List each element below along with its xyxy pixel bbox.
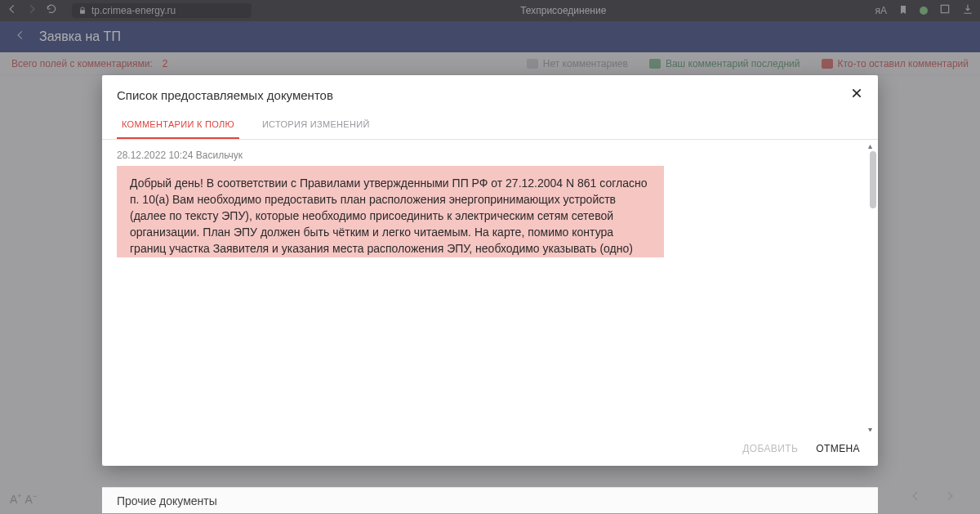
extensions-icon[interactable] — [939, 3, 951, 18]
cancel-button[interactable]: Отмена — [816, 443, 860, 454]
scroll-down-icon[interactable]: ▾ — [868, 425, 876, 431]
download-icon[interactable] — [962, 3, 973, 18]
tab-comments[interactable]: Комментарии к полю — [117, 111, 239, 139]
next-icon[interactable] — [944, 490, 956, 505]
font-size-control[interactable]: A+ A− — [10, 492, 37, 506]
font-increase-icon[interactable]: A+ — [10, 492, 22, 506]
prev-icon[interactable] — [910, 490, 921, 505]
dialog-tabs: Комментарии к полю История изменений — [102, 111, 878, 140]
legend-other: Кто-то оставил комментарий — [822, 58, 969, 69]
reload-icon[interactable] — [46, 3, 57, 18]
tab-title: Техприсоединение — [261, 5, 865, 16]
swatch-green-icon — [649, 59, 661, 69]
legend-yours: Ваш комментарий последний — [649, 58, 800, 69]
back-icon[interactable] — [7, 3, 18, 18]
scroll-up-icon[interactable]: ▴ — [868, 141, 876, 150]
url-bar[interactable]: tp.crimea-energy.ru — [72, 3, 252, 18]
legend-total-label: Всего полей с комментариями: — [11, 58, 153, 69]
legend-bar: Всего полей с комментариями: 2 Нет комме… — [0, 52, 980, 75]
section-title: Прочие документы — [117, 494, 217, 507]
translate-icon[interactable]: яA — [875, 5, 887, 16]
pager — [910, 490, 956, 505]
forward-icon[interactable] — [26, 3, 38, 18]
comment-text: Добрый день! В соответствии с Правилами … — [117, 166, 664, 257]
dialog-title: Список предоставляемых документов — [117, 88, 333, 102]
app-header: Заявка на ТП — [0, 21, 980, 52]
dialog-actions: Добавить Отмена — [102, 431, 878, 466]
section-other-docs[interactable]: Прочие документы — [102, 487, 878, 513]
font-decrease-icon[interactable]: A− — [25, 492, 38, 506]
scrollbar[interactable]: ▴ ▾ — [868, 145, 876, 430]
bookmark-icon[interactable] — [898, 3, 908, 18]
status-dot-icon — [920, 7, 928, 15]
page-title: Заявка на ТП — [39, 29, 121, 44]
comment-meta: 28.12.2022 10:24 Васильчук — [117, 150, 863, 161]
legend-none: Нет комментариев — [527, 58, 628, 69]
close-icon[interactable] — [850, 87, 863, 103]
back-chevron-icon[interactable] — [15, 29, 26, 44]
legend-total-count: 2 — [163, 58, 168, 69]
tab-history[interactable]: История изменений — [257, 111, 375, 139]
url-text: tp.crimea-energy.ru — [91, 5, 176, 16]
swatch-gray-icon — [527, 59, 538, 69]
scroll-thumb[interactable] — [870, 151, 876, 208]
browser-chrome: tp.crimea-energy.ru Техприсоединение яA — [0, 0, 980, 21]
lock-icon — [78, 7, 87, 15]
swatch-red-icon — [822, 59, 833, 69]
comments-dialog: Список предоставляемых документов Коммен… — [102, 75, 878, 466]
add-button[interactable]: Добавить — [742, 443, 798, 454]
svg-rect-0 — [941, 5, 948, 12]
dialog-body: 28.12.2022 10:24 Васильчук Добрый день! … — [102, 140, 878, 431]
